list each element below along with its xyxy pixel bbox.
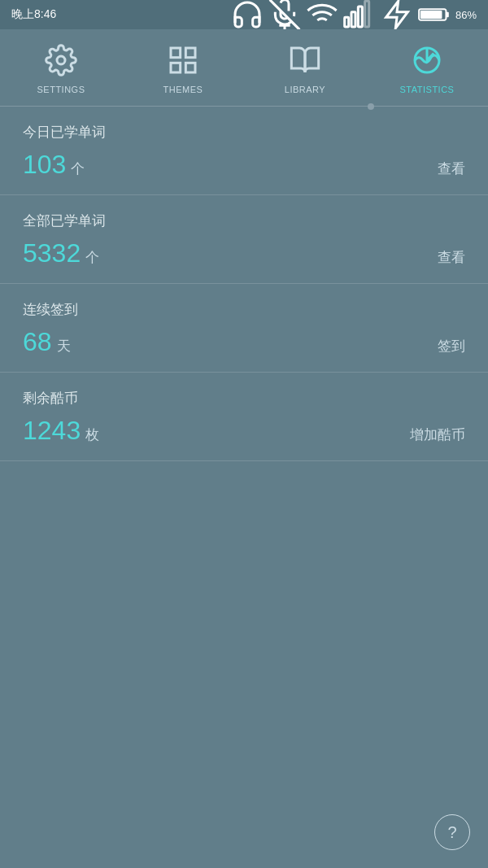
tab-statistics[interactable]: STATISTICS: [366, 29, 488, 106]
tab-library-label: LIBRARY: [285, 85, 325, 94]
tab-library[interactable]: LIBRARY: [244, 29, 366, 106]
tab-settings[interactable]: SETTINGS: [0, 29, 122, 106]
svg-rect-8: [446, 12, 448, 18]
section-all-words: 全部已学单词 5332 个 查看: [0, 195, 488, 284]
svg-point-10: [57, 56, 65, 64]
svg-rect-2: [345, 17, 349, 27]
section-streak-title: 连续签到: [0, 284, 488, 324]
all-words-count: 5332: [23, 238, 81, 268]
tab-themes[interactable]: THEMES: [122, 29, 244, 106]
section-today-title: 今日已学单词: [0, 107, 488, 146]
signal-icon: [343, 0, 376, 31]
svg-rect-13: [185, 63, 195, 72]
charging-icon: [381, 0, 413, 31]
gear-icon: [45, 44, 77, 78]
section-today-row: 103 个 查看: [0, 146, 488, 194]
section-today-value-group: 103 个: [23, 150, 85, 180]
section-today-words: 今日已学单词 103 个 查看: [0, 107, 488, 195]
svg-rect-12: [185, 48, 195, 58]
svg-rect-3: [351, 12, 355, 27]
today-words-count: 103: [23, 150, 66, 180]
svg-rect-5: [365, 1, 369, 27]
coins-action[interactable]: 增加酷币: [410, 425, 465, 444]
section-all-row: 5332 个 查看: [0, 235, 488, 283]
status-time: 晚上8:46: [11, 7, 56, 22]
help-button[interactable]: ?: [434, 814, 470, 850]
streak-unit: 天: [57, 337, 71, 355]
svg-rect-14: [171, 63, 181, 72]
book-icon: [289, 44, 321, 78]
all-words-unit: 个: [85, 248, 99, 267]
battery-icon: [418, 0, 451, 31]
mute-icon: [268, 0, 301, 31]
coins-unit: 枚: [85, 425, 99, 444]
status-bar: 晚上8:46: [0, 0, 488, 29]
battery-percent: 86%: [455, 9, 477, 21]
section-all-value-group: 5332 个: [23, 238, 99, 268]
all-words-action[interactable]: 查看: [438, 248, 465, 267]
section-all-title: 全部已学单词: [0, 195, 488, 235]
tab-themes-label: THEMES: [163, 85, 203, 94]
help-icon: ?: [447, 823, 456, 842]
tab-settings-label: SETTINGS: [37, 85, 85, 94]
section-coins-title: 剩余酷币: [0, 373, 488, 412]
section-streak: 连续签到 68 天 签到: [0, 284, 488, 373]
content-area: 今日已学单词 103 个 查看 全部已学单词 5332 个 查看 连续签到 68…: [0, 107, 488, 461]
svg-marker-6: [386, 1, 408, 28]
tab-statistics-label: STATISTICS: [400, 85, 455, 94]
streak-action[interactable]: 签到: [438, 337, 465, 355]
section-coins-value-group: 1243 枚: [23, 416, 99, 446]
chart-icon: [411, 44, 443, 78]
section-coins-row: 1243 枚 增加酷币: [0, 412, 488, 460]
section-streak-value-group: 68 天: [23, 327, 71, 357]
headphone-icon: [231, 0, 264, 31]
svg-rect-4: [358, 7, 362, 27]
active-tab-indicator: [368, 103, 374, 110]
section-streak-row: 68 天 签到: [0, 324, 488, 372]
grid-icon: [167, 44, 199, 78]
streak-count: 68: [23, 327, 52, 357]
coins-count: 1243: [23, 416, 81, 446]
section-coins: 剩余酷币 1243 枚 增加酷币: [0, 373, 488, 461]
today-words-action[interactable]: 查看: [438, 159, 465, 178]
nav-tabs: SETTINGS THEMES LIBRARY: [0, 29, 488, 107]
svg-rect-9: [420, 11, 442, 19]
today-words-unit: 个: [71, 159, 85, 178]
status-icons: 86%: [231, 0, 477, 31]
svg-rect-11: [171, 48, 181, 58]
wifi-icon: [306, 0, 338, 31]
